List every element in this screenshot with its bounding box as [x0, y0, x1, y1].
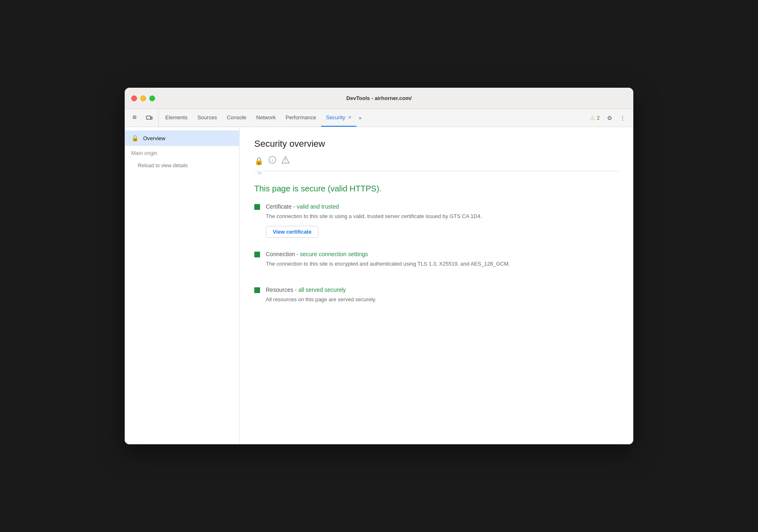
certificate-content: Certificate - valid and trusted The conn…: [266, 203, 619, 238]
certificate-status-indicator: [254, 204, 260, 210]
sidebar-item-overview[interactable]: 🔒 Overview: [125, 130, 239, 146]
svg-rect-6: [133, 118, 134, 119]
sidebar-main-origin-label: Main origin: [131, 150, 158, 156]
traffic-lights: [131, 95, 155, 101]
view-certificate-button[interactable]: View certificate: [266, 226, 318, 238]
connection-content: Connection - secure connection settings …: [266, 251, 619, 273]
connection-status-indicator: [254, 252, 260, 257]
sidebar-reload-label: Reload to view details: [125, 160, 239, 171]
lock-icon: 🔒: [131, 134, 139, 142]
device-toggle-icon[interactable]: [144, 112, 155, 124]
chevron-indicator: [256, 171, 619, 174]
minimize-button[interactable]: [140, 95, 146, 101]
resources-content: Resources - all served securely All reso…: [266, 286, 619, 309]
title-bar: DevTools - airhorner.com/: [125, 88, 633, 109]
svg-rect-8: [135, 118, 136, 119]
devtools-window: DevTools - airhorner.com/: [125, 88, 633, 444]
sidebar: 🔒 Overview Main origin Reload to view de…: [125, 127, 240, 444]
svg-rect-7: [134, 118, 135, 119]
status-lock-icon: 🔒: [254, 157, 263, 166]
svg-rect-3: [133, 117, 134, 118]
svg-text:i: i: [272, 158, 273, 163]
resources-status-indicator: [254, 287, 260, 293]
more-menu-button[interactable]: ⋮: [617, 112, 628, 124]
more-tabs-icon: »: [359, 115, 362, 121]
toolbar-icons: [126, 109, 159, 127]
svg-rect-1: [134, 116, 135, 116]
tab-security[interactable]: Security ✕: [321, 109, 356, 127]
maximize-button[interactable]: [149, 95, 155, 101]
warning-icon: ⚠: [590, 115, 595, 121]
tab-console[interactable]: Console: [222, 109, 251, 127]
certificate-status: valid and trusted: [297, 203, 339, 210]
tab-elements[interactable]: Elements: [160, 109, 192, 127]
svg-rect-2: [135, 116, 136, 116]
tab-performance[interactable]: Performance: [281, 109, 321, 127]
resources-status: all served securely: [298, 286, 346, 293]
warning-count: 2: [597, 115, 600, 121]
tab-bar-right: ⚠ 2 ⚙ ⋮: [587, 109, 632, 127]
certificate-title: Certificate - valid and trusted: [266, 203, 619, 210]
connection-status: secure connection settings: [300, 251, 368, 257]
sidebar-item-main-origin[interactable]: Main origin: [125, 146, 239, 160]
cursor-icon[interactable]: [130, 112, 141, 124]
svg-rect-5: [135, 117, 136, 118]
svg-rect-9: [146, 116, 151, 119]
security-icons-row: 🔒 i !: [254, 156, 619, 171]
content-area: Security overview 🔒 i !: [240, 127, 633, 444]
devtools-container: Elements Sources Console Network Perform…: [125, 109, 633, 444]
svg-rect-4: [134, 117, 135, 118]
resources-description: All resources on this page are served se…: [266, 296, 619, 304]
svg-rect-10: [151, 117, 152, 119]
connection-section: Connection - secure connection settings …: [254, 251, 619, 273]
status-info-icon: i: [268, 156, 276, 166]
secure-message: This page is secure (valid HTTPS).: [254, 184, 619, 193]
resources-title: Resources - all served securely: [266, 286, 619, 293]
tab-bar: Elements Sources Console Network Perform…: [125, 109, 633, 127]
settings-button[interactable]: ⚙: [604, 112, 615, 124]
tab-network[interactable]: Network: [251, 109, 281, 127]
resources-section: Resources - all served securely All reso…: [254, 286, 619, 309]
sidebar-overview-label: Overview: [143, 135, 165, 141]
tab-close-icon[interactable]: ✕: [348, 115, 352, 120]
more-tabs-button[interactable]: »: [356, 109, 364, 127]
connection-description: The connection to this site is encrypted…: [266, 260, 619, 268]
warning-badge[interactable]: ⚠ 2: [587, 115, 602, 121]
tab-sources[interactable]: Sources: [192, 109, 222, 127]
status-warn-icon: !: [281, 156, 290, 166]
page-title: Security overview: [254, 139, 619, 149]
svg-text:!: !: [285, 158, 286, 163]
main-content: 🔒 Overview Main origin Reload to view de…: [125, 127, 633, 444]
close-button[interactable]: [131, 95, 137, 101]
certificate-section: Certificate - valid and trusted The conn…: [254, 203, 619, 238]
window-title: DevTools - airhorner.com/: [346, 95, 411, 101]
svg-rect-0: [133, 116, 134, 116]
connection-title: Connection - secure connection settings: [266, 251, 619, 257]
certificate-description: The connection to this site is using a v…: [266, 212, 619, 221]
